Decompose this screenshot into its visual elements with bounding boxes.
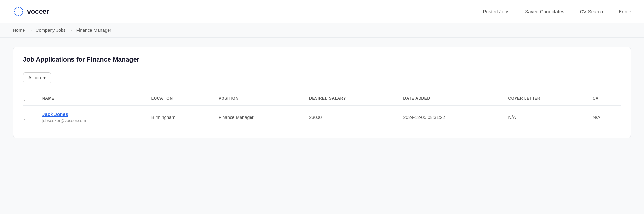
breadcrumb-home[interactable]: Home <box>13 28 25 33</box>
user-name: Erin <box>619 9 627 14</box>
nav-saved-candidates[interactable]: Saved Candidates <box>525 9 564 14</box>
breadcrumb-arrow-2: → <box>69 28 73 33</box>
table-row: Jack Jones jobseeker@voceer.com Birmingh… <box>23 106 621 129</box>
col-date-added: DATE ADDED <box>399 91 504 106</box>
col-name: NAME <box>38 91 147 106</box>
nav-cv-search[interactable]: CV Search <box>580 9 603 14</box>
navbar: voceer Posted Jobs Saved Candidates CV S… <box>0 0 644 23</box>
svg-point-3 <box>22 11 23 12</box>
card-title: Job Applications for Finance Manager <box>23 56 621 63</box>
svg-point-5 <box>18 15 19 16</box>
user-menu[interactable]: Erin ▾ <box>619 9 631 14</box>
row-checkbox[interactable] <box>24 115 29 120</box>
table-wrapper: NAME LOCATION POSITION DESIRED SALARY DA… <box>23 91 621 129</box>
nav-links: Posted Jobs Saved Candidates CV Search <box>483 9 603 14</box>
svg-point-8 <box>15 8 16 9</box>
table-body: Jack Jones jobseeker@voceer.com Birmingh… <box>23 106 621 129</box>
row-cv: N/A <box>589 106 621 129</box>
logo-text: voceer <box>27 7 49 16</box>
candidate-email: jobseeker@voceer.com <box>42 118 86 123</box>
row-checkbox-cell <box>23 106 38 129</box>
breadcrumb-current: Finance Manager <box>76 28 111 33</box>
svg-point-7 <box>14 11 15 12</box>
logo-icon <box>13 6 24 17</box>
col-cv: CV <box>589 91 621 106</box>
table-header: NAME LOCATION POSITION DESIRED SALARY DA… <box>23 91 621 106</box>
action-chevron-icon: ▾ <box>43 75 46 80</box>
applications-table: NAME LOCATION POSITION DESIRED SALARY DA… <box>23 91 621 129</box>
select-all-checkbox[interactable] <box>24 96 29 101</box>
col-checkbox <box>23 91 38 106</box>
action-button[interactable]: Action ▾ <box>23 72 51 83</box>
candidate-name[interactable]: Jack Jones <box>42 111 144 117</box>
col-desired-salary: DESIRED SALARY <box>305 91 399 106</box>
row-position: Finance Manager <box>215 106 305 129</box>
svg-point-2 <box>21 8 22 9</box>
chevron-down-icon: ▾ <box>629 9 631 13</box>
svg-point-4 <box>21 14 22 15</box>
col-position: POSITION <box>215 91 305 106</box>
action-label: Action <box>28 75 41 80</box>
row-date-added: 2024-12-05 08:31:22 <box>399 106 504 129</box>
logo-area: voceer <box>13 6 49 17</box>
breadcrumb-arrow-1: → <box>28 28 32 33</box>
svg-point-6 <box>15 14 16 15</box>
svg-point-1 <box>18 7 19 8</box>
col-cover-letter: COVER LETTER <box>504 91 589 106</box>
breadcrumb: Home → Company Jobs → Finance Manager <box>0 23 644 38</box>
main-content: Job Applications for Finance Manager Act… <box>0 38 644 147</box>
job-applications-card: Job Applications for Finance Manager Act… <box>13 47 631 138</box>
row-desired-salary: 23000 <box>305 106 399 129</box>
row-candidate-cell: Jack Jones jobseeker@voceer.com <box>38 106 147 129</box>
row-location: Birmingham <box>147 106 215 129</box>
col-location: LOCATION <box>147 91 215 106</box>
breadcrumb-company-jobs[interactable]: Company Jobs <box>35 28 65 33</box>
nav-posted-jobs[interactable]: Posted Jobs <box>483 9 510 14</box>
row-cover-letter: N/A <box>504 106 589 129</box>
